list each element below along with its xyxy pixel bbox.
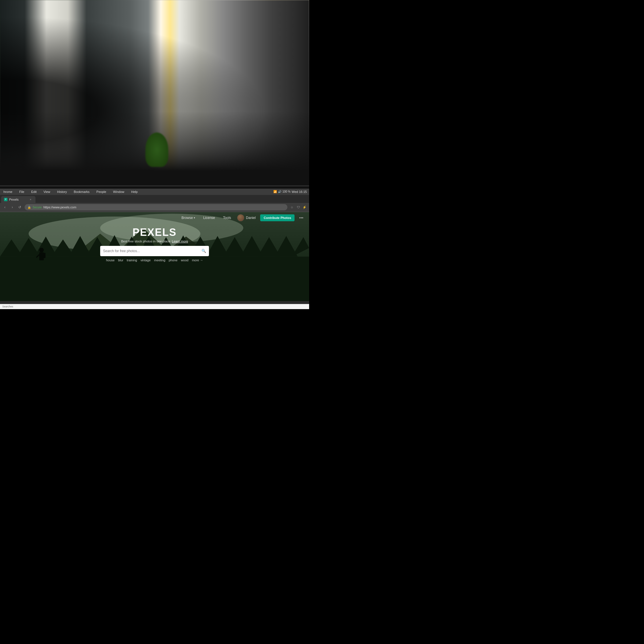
tab-title: Pexels (9, 198, 19, 201)
menu-people[interactable]: People (95, 189, 107, 194)
tag-wood[interactable]: wood (181, 258, 188, 262)
tag-phone[interactable]: phone (169, 258, 178, 262)
nav-browse[interactable]: Browse ▾ (180, 215, 197, 221)
svg-rect-6 (0, 256, 309, 301)
secure-icon: 🔒 (27, 206, 31, 209)
tab-favicon: P (4, 198, 7, 201)
learn-more-link[interactable]: Learn more (172, 240, 188, 243)
nav-tools[interactable]: Tools (221, 215, 233, 221)
hero-content: PEXELS Best free stock photos in one pla… (0, 224, 309, 262)
search-input[interactable] (103, 249, 199, 253)
status-bar: Searches (0, 304, 309, 309)
tag-training[interactable]: training (127, 258, 137, 262)
tag-vintage[interactable]: vintage (141, 258, 151, 262)
user-name: Daniel (246, 216, 256, 220)
browser-window: hrome File Edit View History Bookmarks P… (0, 189, 309, 309)
address-field[interactable]: 🔒 Secure https://www.pexels.com (25, 204, 287, 210)
background-photo (0, 0, 309, 185)
menu-window[interactable]: Window (112, 189, 125, 194)
forward-button[interactable]: › (10, 205, 15, 210)
address-bar: ‹ › ↺ 🔒 Secure https://www.pexels.com ☆ … (0, 203, 309, 212)
back-button[interactable]: ‹ (2, 205, 7, 210)
active-tab[interactable]: P Pexels × (1, 196, 35, 203)
user-avatar[interactable] (237, 214, 244, 221)
menu-file[interactable]: File (18, 189, 25, 194)
menu-view[interactable]: View (42, 189, 52, 194)
website-content: Browse ▾ License Tools Daniel Contribute… (0, 212, 309, 301)
search-icon[interactable]: 🔍 (202, 249, 206, 253)
battery-text: 100 % (283, 190, 291, 193)
search-tags: house blur training vintage meeting phon… (6, 258, 303, 262)
bookmark-icon[interactable]: ☆ (290, 205, 294, 210)
menu-help[interactable]: Help (130, 189, 139, 194)
site-logo: PEXELS (6, 226, 303, 238)
clock: Wed 16:15 (292, 190, 307, 193)
extensions-icon[interactable]: ⚡ (302, 205, 307, 210)
tag-meeting[interactable]: meeting (154, 258, 165, 262)
system-icons: 📶 🔊 100 % Wed 16:15 (273, 190, 307, 193)
address-right-icons: ☆ 🛡 ⚡ (290, 205, 307, 210)
url-text: https://www.pexels.com (44, 206, 76, 209)
site-navbar: Browse ▾ License Tools Daniel Contribute… (0, 212, 309, 224)
menu-bookmarks[interactable]: Bookmarks (73, 189, 91, 194)
menu-history[interactable]: History (56, 189, 68, 194)
tag-blur[interactable]: blur (118, 258, 123, 262)
volume-icon: 🔊 (278, 190, 281, 193)
menu-bar: hrome File Edit View History Bookmarks P… (0, 189, 309, 195)
browse-chevron-icon: ▾ (194, 216, 195, 219)
wifi-icon: 📶 (273, 190, 277, 193)
url-protocol: Secure (33, 206, 42, 209)
tag-house[interactable]: house (106, 258, 114, 262)
more-tags-link[interactable]: more → (192, 258, 203, 262)
nav-license[interactable]: License (202, 215, 217, 221)
contribute-photos-button[interactable]: Contribute Photos (260, 214, 295, 221)
menu-edit[interactable]: Edit (30, 189, 38, 194)
status-text: Searches (2, 305, 13, 308)
tab-close-button[interactable]: × (29, 197, 33, 202)
tab-bar: P Pexels × (0, 195, 309, 203)
search-bar[interactable]: 🔍 (100, 246, 209, 256)
menu-chrome[interactable]: hrome (2, 189, 13, 194)
refresh-button[interactable]: ↺ (17, 205, 22, 210)
shield-icon[interactable]: 🛡 (296, 205, 301, 210)
site-tagline: Best free stock photos in one place. Lea… (6, 240, 303, 243)
more-options-button[interactable]: ••• (299, 216, 303, 220)
